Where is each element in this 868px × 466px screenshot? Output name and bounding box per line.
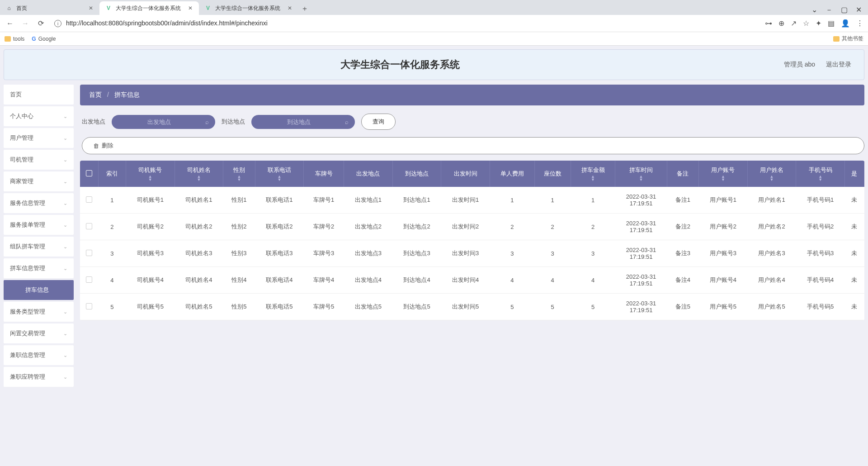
reload-button[interactable]: ⟳ xyxy=(35,18,46,29)
col-header[interactable]: 座位数 xyxy=(534,161,571,187)
sidebar-item[interactable]: 商家管理⌄ xyxy=(4,171,74,191)
profile-icon[interactable]: 👤 xyxy=(841,19,850,28)
col-header[interactable]: 车牌号 xyxy=(304,161,344,187)
minimize-icon[interactable]: － xyxy=(826,5,833,15)
table-cell: 出发地点4 xyxy=(344,267,393,294)
table-cell: 出发时间5 xyxy=(441,294,490,320)
sidebar-item[interactable]: 服务类型管理⌄ xyxy=(4,302,74,322)
app-icon: V xyxy=(204,5,212,12)
sidebar-item[interactable]: 组队拼车管理⌄ xyxy=(4,237,74,257)
table-cell: 手机号码1 xyxy=(796,187,845,214)
sidebar-subitem-active[interactable]: 拼车信息 xyxy=(4,280,74,300)
share-icon[interactable]: ↗ xyxy=(791,19,797,28)
back-button[interactable]: ← xyxy=(5,18,15,29)
table-cell: 备注1 xyxy=(667,187,698,214)
sidebar-item-label: 兼职应聘管理 xyxy=(10,373,45,381)
tab-active[interactable]: V 大学生综合一体化服务系统 ✕ xyxy=(99,1,199,15)
close-icon[interactable]: ✕ xyxy=(88,5,94,11)
select-all-checkbox[interactable] xyxy=(86,170,92,176)
sidebar-item[interactable]: 用户管理⌄ xyxy=(4,128,74,148)
table-cell: 3 xyxy=(534,240,571,267)
table-cell: 出发地点3 xyxy=(344,240,393,267)
table-cell: 性别3 xyxy=(223,240,255,267)
bookmark-tools[interactable]: tools xyxy=(5,36,24,42)
address-bar[interactable]: i http://localhost:8080/springbootsb00r/… xyxy=(51,18,760,29)
sidebar-item[interactable]: 个人中心⌄ xyxy=(4,106,74,126)
col-header[interactable]: 拼车金额▲▼ xyxy=(571,161,615,187)
table-cell: 备注3 xyxy=(667,240,698,267)
bookmark-other[interactable]: 其他书签 xyxy=(833,35,863,43)
logout-button[interactable]: 退出登录 xyxy=(826,61,851,69)
table-cell: 用户账号1 xyxy=(699,187,748,214)
sidebar-item[interactable]: 兼职应聘管理⌄ xyxy=(4,367,74,387)
reading-list-icon[interactable]: ▤ xyxy=(828,19,835,28)
arrive-input-wrap[interactable]: ⌕ xyxy=(251,115,355,129)
close-icon[interactable]: ✕ xyxy=(856,5,862,15)
depart-input-wrap[interactable]: ⌕ xyxy=(112,115,215,129)
sidebar-item[interactable]: 闲置交易管理⌄ xyxy=(4,323,74,343)
arrive-input[interactable] xyxy=(260,119,337,125)
sidebar-item[interactable]: 司机管理⌄ xyxy=(4,150,74,170)
sidebar-item[interactable]: 服务接单管理⌄ xyxy=(4,215,74,235)
close-icon[interactable]: ✕ xyxy=(287,5,293,11)
new-tab-button[interactable]: ＋ xyxy=(298,2,311,15)
forward-button[interactable]: → xyxy=(20,18,31,29)
col-header[interactable]: 性别▲▼ xyxy=(223,161,255,187)
row-checkbox[interactable] xyxy=(86,276,92,283)
col-header[interactable]: 拼车时间▲▼ xyxy=(615,161,667,187)
col-header[interactable]: 出发地点 xyxy=(344,161,393,187)
table-cell: 到达地点3 xyxy=(392,240,441,267)
depart-input[interactable] xyxy=(121,119,197,125)
url-bar: ← → ⟳ i http://localhost:8080/springboot… xyxy=(0,15,868,32)
star-icon[interactable]: ☆ xyxy=(803,19,809,28)
translate-icon[interactable]: ⊕ xyxy=(778,19,784,28)
table-cell: 到达地点1 xyxy=(392,187,441,214)
col-header[interactable]: 出发时间 xyxy=(441,161,490,187)
table-cell: 司机姓名5 xyxy=(175,294,223,320)
breadcrumb-home[interactable]: 首页 xyxy=(89,91,102,98)
table-cell: 2022-03-31 17:19:51 xyxy=(615,214,667,240)
sidebar-item-label: 组队拼车管理 xyxy=(10,243,45,251)
sidebar-item[interactable]: 服务信息管理⌄ xyxy=(4,193,74,213)
table-cell: 性别4 xyxy=(223,267,255,294)
col-header[interactable]: 司机姓名▲▼ xyxy=(175,161,223,187)
maximize-icon[interactable]: ▢ xyxy=(841,5,848,15)
site-info-icon[interactable]: i xyxy=(54,20,61,27)
delete-button[interactable]: 🗑 删除 xyxy=(82,137,864,154)
col-header[interactable]: 是 xyxy=(844,161,864,187)
col-header[interactable]: 用户姓名▲▼ xyxy=(747,161,796,187)
sidebar-item[interactable]: 兼职信息管理⌄ xyxy=(4,345,74,365)
bookmark-google[interactable]: G Google xyxy=(32,36,56,42)
table-wrap[interactable]: 索引司机账号▲▼司机姓名▲▼性别▲▼联系电话▲▼车牌号出发地点到达地点出发时间单… xyxy=(80,161,864,320)
query-button[interactable]: 查询 xyxy=(361,114,396,130)
row-checkbox[interactable] xyxy=(86,303,92,309)
col-header[interactable]: 备注 xyxy=(667,161,698,187)
key-icon[interactable]: ⊶ xyxy=(765,19,772,28)
table-cell: 5 xyxy=(571,294,615,320)
table-cell: 备注5 xyxy=(667,294,698,320)
col-header[interactable]: 司机账号▲▼ xyxy=(126,161,175,187)
admin-label[interactable]: 管理员 abo xyxy=(784,61,815,69)
row-checkbox[interactable] xyxy=(86,196,92,203)
sidebar-item[interactable]: 首页 xyxy=(4,85,74,105)
close-icon[interactable]: ✕ xyxy=(187,5,193,11)
col-header[interactable]: 用户账号▲▼ xyxy=(699,161,748,187)
chevron-down-icon[interactable]: ⌄ xyxy=(811,5,817,15)
sidebar-item[interactable]: 拼车信息管理⌄ xyxy=(4,258,74,278)
table-cell: 出发时间1 xyxy=(441,187,490,214)
col-header[interactable]: 索引 xyxy=(98,161,126,187)
row-checkbox[interactable] xyxy=(86,223,92,229)
table-cell: 联系电话5 xyxy=(255,294,304,320)
tab-home[interactable]: ⌂ 首页 ✕ xyxy=(0,1,99,15)
table-cell: 车牌号5 xyxy=(304,294,344,320)
col-header[interactable]: 手机号码▲▼ xyxy=(796,161,845,187)
row-checkbox[interactable] xyxy=(86,250,92,256)
chevron-down-icon: ⌄ xyxy=(63,331,67,337)
col-header[interactable]: 单人费用 xyxy=(490,161,534,187)
col-header[interactable]: 联系电话▲▼ xyxy=(255,161,304,187)
menu-icon[interactable]: ⋮ xyxy=(856,19,863,28)
tab-third[interactable]: V 大学生综合一体化服务系统 ✕ xyxy=(199,1,298,15)
chevron-down-icon: ⌄ xyxy=(63,266,67,271)
col-header[interactable]: 到达地点 xyxy=(392,161,441,187)
extensions-icon[interactable]: ✦ xyxy=(816,19,821,28)
